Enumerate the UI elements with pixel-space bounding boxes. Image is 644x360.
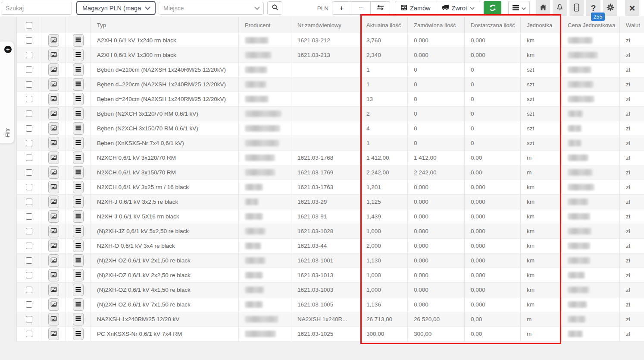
place-input[interactable] (160, 3, 254, 14)
row-checkbox[interactable] (26, 213, 32, 220)
row-checkbox[interactable] (26, 169, 32, 176)
table-row[interactable]: NA2XSH 1x240RM/25 12/20 kVNA2XSH 1x240R.… (17, 312, 644, 327)
table-row[interactable]: N2XH-J 0,6/1 kV 3x2,5 re black1621.03-29… (17, 195, 644, 209)
row-menu-button[interactable] (73, 152, 84, 164)
row-menu-button[interactable] (73, 254, 84, 267)
column-header-nr-zamowieniowy[interactable]: Nr zamówieniowy (291, 17, 360, 33)
image-button[interactable] (48, 93, 59, 105)
row-checkbox[interactable] (26, 111, 32, 117)
image-button[interactable] (48, 269, 59, 281)
row-menu-button[interactable] (73, 269, 84, 281)
row-menu-button[interactable] (73, 210, 84, 223)
image-button[interactable] (48, 34, 59, 47)
image-button[interactable] (48, 328, 59, 340)
order-button[interactable]: Zamów (395, 1, 436, 15)
row-checkbox[interactable] (26, 37, 32, 44)
chevron-down-icon[interactable] (254, 4, 260, 12)
row-menu-button[interactable] (73, 63, 84, 76)
image-button[interactable] (48, 49, 59, 61)
row-menu-button[interactable] (73, 93, 84, 105)
row-checkbox[interactable] (26, 66, 32, 73)
column-header-producent[interactable]: Producent (239, 17, 291, 33)
row-checkbox[interactable] (26, 140, 32, 146)
close-button[interactable]: × (625, 0, 639, 16)
table-row[interactable]: Bęben (N2XCH 3x120/70 RM 0,6/1 kV)200szt… (17, 107, 644, 121)
row-menu-button[interactable] (73, 298, 84, 311)
row-menu-button[interactable] (73, 122, 84, 135)
row-checkbox[interactable] (26, 184, 32, 190)
return-button[interactable]: Zwrot (436, 1, 480, 15)
table-row[interactable]: (N)2XH-OZ 0,6/1 kV 2x2,50 re black1621.0… (17, 268, 644, 283)
row-menu-button[interactable] (73, 137, 84, 149)
row-menu-button[interactable] (73, 313, 84, 325)
table-row[interactable]: Bęben d=240cm (NA2XSH 1x240RM/25 12/20kV… (17, 92, 644, 107)
row-checkbox[interactable] (26, 125, 32, 132)
row-checkbox[interactable] (26, 199, 32, 205)
row-checkbox[interactable] (26, 228, 32, 234)
warehouse-select[interactable]: Magazyn PLN (maga (76, 1, 156, 15)
table-row[interactable]: PC XnKSXS-Nr 0,6/1 kV 7x4 RM1621.03-1025… (17, 327, 644, 341)
table-row[interactable]: N2XH-O 0,6/1 kV 3x4 re black1621.03-442,… (17, 239, 644, 253)
column-header-jednostka[interactable]: Jednostka (521, 17, 562, 33)
row-menu-button[interactable] (73, 49, 84, 61)
row-menu-button[interactable] (73, 107, 84, 120)
row-menu-button[interactable] (73, 328, 84, 340)
add-filter-icon[interactable]: + (4, 46, 12, 53)
row-menu-button[interactable] (73, 284, 84, 296)
image-button[interactable] (48, 181, 59, 193)
table-row[interactable]: (N)2XH-OZ 0,6/1 kV 4x1,50 re black1621.0… (17, 283, 644, 297)
notifications-button[interactable] (553, 0, 567, 16)
row-checkbox[interactable] (26, 96, 32, 102)
row-checkbox[interactable] (26, 331, 32, 337)
image-button[interactable] (48, 107, 59, 120)
column-header-typ[interactable]: Typ (91, 17, 239, 33)
add-button[interactable]: + (332, 1, 351, 15)
image-button[interactable] (48, 254, 59, 267)
image-button[interactable] (48, 166, 59, 179)
table-row[interactable]: A2XH 0,6/1 kV 1x300 rm black1621.03-2132… (17, 48, 644, 63)
row-checkbox[interactable] (26, 272, 32, 278)
table-row[interactable]: (N)2XH-OZ 0,6/1 kV 2x1,50 re black1621.0… (17, 253, 644, 268)
table-row[interactable]: (N)2XH-JZ 0,6/1 kV 5x2,50 re black1621.0… (17, 224, 644, 239)
row-checkbox[interactable] (26, 243, 32, 249)
refresh-button[interactable] (484, 1, 501, 16)
search-input[interactable] (1, 2, 72, 15)
home-button[interactable] (536, 0, 550, 16)
column-header-dostarczana-ilosc[interactable]: Dostarczana ilość (465, 17, 521, 33)
row-checkbox[interactable] (26, 316, 32, 322)
image-button[interactable] (48, 240, 59, 252)
table-row[interactable]: N2XCH 0,6/1 kV 3x25 rm / 16 black1621.03… (17, 180, 644, 195)
subtract-button[interactable]: − (351, 1, 371, 15)
row-menu-button[interactable] (73, 240, 84, 252)
row-checkbox[interactable] (26, 257, 32, 264)
settings-button[interactable] (603, 0, 617, 16)
column-header-waluta[interactable]: Walut (620, 17, 644, 33)
table-row[interactable]: Bęben d=210cm (NA2XSH 1x240RM/25 12/20kV… (17, 63, 644, 77)
row-checkbox[interactable] (26, 81, 32, 88)
table-row[interactable]: Bęben d=220cm (NA2XSH 1x240RM/25 12/20kV… (17, 77, 644, 92)
search-button[interactable] (267, 1, 282, 15)
row-menu-button[interactable] (73, 166, 84, 179)
table-row[interactable]: (N)2XH-OZ 0,6/1 kV 7x1,50 re black1621.0… (17, 297, 644, 312)
column-header-cena-jednostkowa[interactable]: Cena Jednostkowa (562, 17, 620, 33)
row-menu-button[interactable] (73, 78, 84, 91)
table-row[interactable]: Bęben (XnKSXS-Nr 7x4 0,6/1 kV)100sztzł (17, 136, 644, 151)
table-row[interactable]: A2XH 0,6/1 kV 1x240 rm black1621.03-2123… (17, 33, 644, 48)
row-checkbox[interactable] (26, 301, 32, 308)
table-row[interactable]: N2XH-J 0,6/1 kV 5X16 rm black1621.03-911… (17, 209, 644, 224)
image-button[interactable] (48, 122, 59, 135)
transfer-button[interactable] (371, 1, 390, 15)
row-menu-button[interactable] (73, 225, 84, 237)
row-menu-button[interactable] (73, 181, 84, 193)
row-menu-button[interactable] (73, 34, 84, 47)
select-all-checkbox[interactable] (26, 22, 32, 28)
image-button[interactable] (48, 284, 59, 296)
column-header-aktualna-ilosc[interactable]: Aktualna ilość (360, 17, 408, 33)
image-button[interactable] (48, 210, 59, 223)
image-button[interactable] (48, 137, 59, 149)
image-button[interactable] (48, 63, 59, 76)
table-row[interactable]: Bęben (N2XCH 3x150/70 RM 0,6/1 kV)400szt… (17, 121, 644, 136)
row-checkbox[interactable] (26, 52, 32, 58)
row-menu-button[interactable] (73, 196, 84, 208)
table-row[interactable]: N2XCH 0,6/1 kV 3x120/70 RM1621.03-17681 … (17, 151, 644, 165)
